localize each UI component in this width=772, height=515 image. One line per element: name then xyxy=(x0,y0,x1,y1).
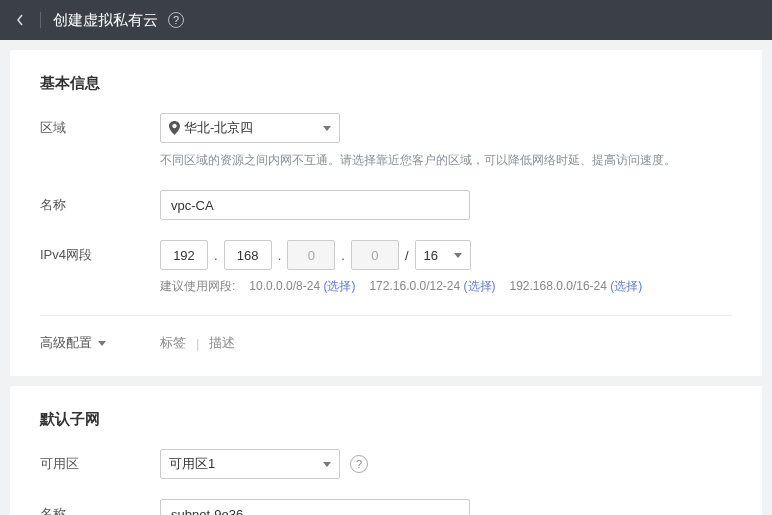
back-button[interactable] xyxy=(12,12,28,28)
advanced-item-tag: 标签 xyxy=(160,334,186,352)
choose-range-3[interactable]: (选择) xyxy=(610,279,642,293)
suggest-range-2: 172.16.0.0/12-24 xyxy=(369,279,460,293)
suggest-range-1: 10.0.0.0/8-24 xyxy=(249,279,320,293)
ipv4-octet-1[interactable] xyxy=(160,240,208,270)
region-value: 华北-北京四 xyxy=(184,119,253,137)
divider xyxy=(40,315,732,316)
advanced-row: 高级配置 标签 | 描述 xyxy=(40,334,732,352)
cidr-value: 16 xyxy=(424,248,438,263)
help-icon[interactable]: ? xyxy=(168,12,184,28)
chevron-down-icon xyxy=(454,253,462,258)
subnet-name-input[interactable] xyxy=(160,499,470,515)
az-row: 可用区 可用区1 ? xyxy=(40,449,732,479)
ipv4-octet-2[interactable] xyxy=(224,240,272,270)
choose-range-1[interactable]: (选择) xyxy=(323,279,355,293)
separator: | xyxy=(196,336,199,351)
choose-range-2[interactable]: (选择) xyxy=(464,279,496,293)
chevron-down-icon xyxy=(323,126,331,131)
page-title: 创建虚拟私有云 xyxy=(53,11,158,30)
ipv4-octet-4 xyxy=(351,240,399,270)
ipv4-row: IPv4网段 . . . / 16 建议使用网段: 10.0.0.0/8-24 xyxy=(40,240,732,295)
location-icon xyxy=(169,121,180,135)
az-label: 可用区 xyxy=(40,449,160,473)
region-row: 区域 华北-北京四 不同区域的资源之间内网不互通。请选择靠近您客户的区域，可以降… xyxy=(40,113,732,170)
ipv4-octet-3 xyxy=(287,240,335,270)
az-select[interactable]: 可用区1 xyxy=(160,449,340,479)
ipv4-suggestions: 建议使用网段: 10.0.0.0/8-24 (选择) 172.16.0.0/12… xyxy=(160,278,732,295)
ipv4-input-group: . . . / 16 xyxy=(160,240,732,270)
cidr-select[interactable]: 16 xyxy=(415,240,471,270)
basic-info-title: 基本信息 xyxy=(40,74,732,93)
advanced-item-desc: 描述 xyxy=(209,334,235,352)
az-value: 可用区1 xyxy=(169,455,215,473)
default-subnet-card: 默认子网 可用区 可用区1 ? 名称 xyxy=(10,386,762,515)
vpc-name-input[interactable] xyxy=(160,190,470,220)
subnet-title: 默认子网 xyxy=(40,410,732,429)
page-header: 创建虚拟私有云 ? xyxy=(0,0,772,40)
suggest-range-3: 192.168.0.0/16-24 xyxy=(510,279,607,293)
advanced-toggle[interactable]: 高级配置 xyxy=(40,334,160,352)
subnet-name-label: 名称 xyxy=(40,499,160,515)
chevron-down-icon xyxy=(98,341,106,346)
region-label: 区域 xyxy=(40,113,160,137)
divider xyxy=(40,12,41,28)
advanced-label: 高级配置 xyxy=(40,334,92,352)
basic-info-card: 基本信息 区域 华北-北京四 不同区域的资源之间内网不互通。请选择靠近您客户的区… xyxy=(10,50,762,376)
dot-separator: . xyxy=(341,248,345,263)
suggest-label: 建议使用网段: xyxy=(160,278,235,295)
slash-separator: / xyxy=(405,248,409,263)
chevron-down-icon xyxy=(323,462,331,467)
ipv4-label: IPv4网段 xyxy=(40,240,160,264)
vpc-name-row: 名称 xyxy=(40,190,732,220)
subnet-name-row: 名称 xyxy=(40,499,732,515)
az-help-icon[interactable]: ? xyxy=(350,455,368,473)
region-hint: 不同区域的资源之间内网不互通。请选择靠近您客户的区域，可以降低网络时延、提高访问… xyxy=(160,151,732,170)
region-select[interactable]: 华北-北京四 xyxy=(160,113,340,143)
dot-separator: . xyxy=(214,248,218,263)
chevron-left-icon xyxy=(15,13,25,27)
vpc-name-label: 名称 xyxy=(40,190,160,214)
dot-separator: . xyxy=(278,248,282,263)
